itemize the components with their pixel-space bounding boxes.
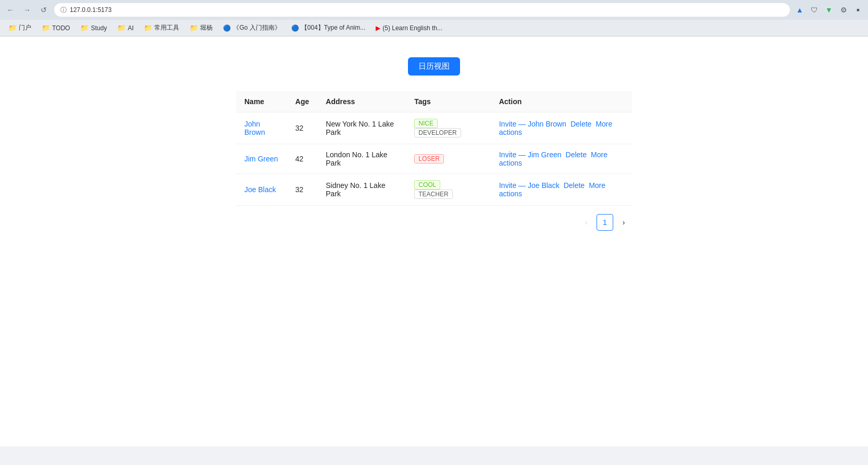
invite-link-0[interactable]: Invite — John Brown <box>499 120 566 128</box>
address-bar-row: ← → ↺ ⓘ 127.0.0.1:5173 ▲ 🛡 ▼ ⚙ ▪ <box>0 0 868 20</box>
browser-chrome: ← → ↺ ⓘ 127.0.0.1:5173 ▲ 🛡 ▼ ⚙ ▪ 📁 门户 📁 … <box>0 0 868 36</box>
folder-icon: 📁 <box>144 24 152 32</box>
bookmark-anim[interactable]: 🔵 【004】Type of Anim... <box>287 22 369 33</box>
age-cell-2: 32 <box>287 174 317 206</box>
page-content: 日历视图 Name Age Address Tags Action John B… <box>0 36 868 446</box>
bookmark-label: AI <box>128 24 133 32</box>
settings-icon[interactable]: ⚙ <box>838 4 849 16</box>
bookmark-label: 堀杨 <box>200 23 213 32</box>
tag-developer: DEVELOPER <box>414 128 461 137</box>
folder-icon: 📁 <box>117 24 126 32</box>
tag-teacher: TEACHER <box>414 190 452 199</box>
delete-link-1[interactable]: Delete <box>566 150 587 159</box>
youtube-icon: ▶ <box>376 24 380 32</box>
tag-nice: NICE <box>414 119 438 128</box>
page-icon: 🔵 <box>291 24 299 32</box>
bookmark-label: TODO <box>52 24 70 32</box>
tags-cell-2: COOLTEACHER <box>406 174 490 206</box>
bookmark-tools[interactable]: 📁 常用工具 <box>140 22 183 33</box>
forward-button[interactable]: → <box>21 4 33 16</box>
pagination-page-1[interactable]: 1 <box>597 214 613 231</box>
bookmark-duyang[interactable]: 📁 堀杨 <box>185 22 217 33</box>
profile-icon[interactable]: ▲ <box>794 4 805 16</box>
url-text: 127.0.0.1:5173 <box>70 6 111 14</box>
name-link-0[interactable]: John Brown <box>244 120 265 136</box>
tag-cool: COOL <box>414 180 440 190</box>
col-header-action: Action <box>491 91 632 112</box>
bookmark-label: 常用工具 <box>154 23 179 32</box>
bookmark-label: Study <box>91 24 107 32</box>
menu-icon[interactable]: ▪ <box>852 4 864 16</box>
bookmark-youtube[interactable]: ▶ (5) Learn English th... <box>371 23 447 33</box>
address-bar[interactable]: ⓘ 127.0.0.1:5173 <box>54 3 790 17</box>
pagination-prev[interactable]: ‹ <box>578 214 594 231</box>
pagination: ‹ 1 › <box>236 206 632 239</box>
tags-cell-0: NICEDEVELOPER <box>406 112 490 144</box>
folder-icon: 📁 <box>8 24 17 32</box>
table-row: Joe Black32Sidney No. 1 Lake ParkCOOLTEA… <box>236 174 632 206</box>
table-row: John Brown32New York No. 1 Lake ParkNICE… <box>236 112 632 144</box>
extension-icon-2[interactable]: ▼ <box>823 4 835 16</box>
folder-icon: 📁 <box>190 24 198 32</box>
delete-link-2[interactable]: Delete <box>564 181 585 190</box>
bookmark-label: 门户 <box>19 23 31 32</box>
action-cell-1: Invite — Jim GreenDeleteMore actions <box>491 144 632 174</box>
page-icon: 🔵 <box>223 24 231 32</box>
address-cell-2: Sidney No. 1 Lake Park <box>317 174 406 206</box>
bookmark-study[interactable]: 📁 Study <box>76 23 111 33</box>
name-link-1[interactable]: Jim Green <box>244 155 278 163</box>
extension-icon-1[interactable]: 🛡 <box>809 4 820 16</box>
address-cell-0: New York No. 1 Lake Park <box>317 112 406 144</box>
table-header-row: Name Age Address Tags Action <box>236 91 632 112</box>
delete-link-0[interactable]: Delete <box>571 120 591 128</box>
bookmark-go-guide[interactable]: 🔵 《Go 入门指南》 <box>219 22 284 33</box>
data-table: Name Age Address Tags Action John Brown3… <box>236 91 632 206</box>
table-row: Jim Green42London No. 1 Lake ParkLOSERIn… <box>236 144 632 174</box>
age-cell-0: 32 <box>287 112 317 144</box>
pagination-next[interactable]: › <box>615 214 632 231</box>
name-link-2[interactable]: Joe Black <box>244 185 276 194</box>
security-icon: ⓘ <box>60 6 67 15</box>
action-cell-0: Invite — John BrownDeleteMore actions <box>491 112 632 144</box>
tags-cell-1: LOSER <box>406 144 490 174</box>
bookmark-label: 《Go 入门指南》 <box>233 23 280 32</box>
bookmark-label: 【004】Type of Anim... <box>301 23 365 32</box>
col-header-tags: Tags <box>406 91 490 112</box>
col-header-address: Address <box>317 91 406 112</box>
bookmark-todo[interactable]: 📁 TODO <box>38 23 74 33</box>
folder-icon: 📁 <box>42 24 50 32</box>
calendar-button[interactable]: 日历视图 <box>408 57 460 76</box>
folder-icon: 📁 <box>80 24 89 32</box>
reload-button[interactable]: ↺ <box>38 4 50 16</box>
bookmark-label: (5) Learn English th... <box>382 24 442 32</box>
back-button[interactable]: ← <box>4 4 17 16</box>
invite-link-2[interactable]: Invite — Joe Black <box>499 181 560 190</box>
col-header-name: Name <box>236 91 287 112</box>
address-cell-1: London No. 1 Lake Park <box>317 144 406 174</box>
browser-icons: ▲ 🛡 ▼ ⚙ ▪ <box>794 4 864 16</box>
col-header-age: Age <box>287 91 317 112</box>
bookmark-bar: 📁 门户 📁 TODO 📁 Study 📁 AI 📁 常用工具 📁 堀杨 🔵 《… <box>0 20 868 36</box>
action-cell-2: Invite — Joe BlackDeleteMore actions <box>491 174 632 206</box>
bookmark-menhù[interactable]: 📁 门户 <box>4 22 35 33</box>
table-container: Name Age Address Tags Action John Brown3… <box>236 91 632 206</box>
tag-loser: LOSER <box>414 154 444 164</box>
invite-link-1[interactable]: Invite — Jim Green <box>499 150 562 159</box>
age-cell-1: 42 <box>287 144 317 174</box>
bookmark-ai[interactable]: 📁 AI <box>113 23 138 33</box>
